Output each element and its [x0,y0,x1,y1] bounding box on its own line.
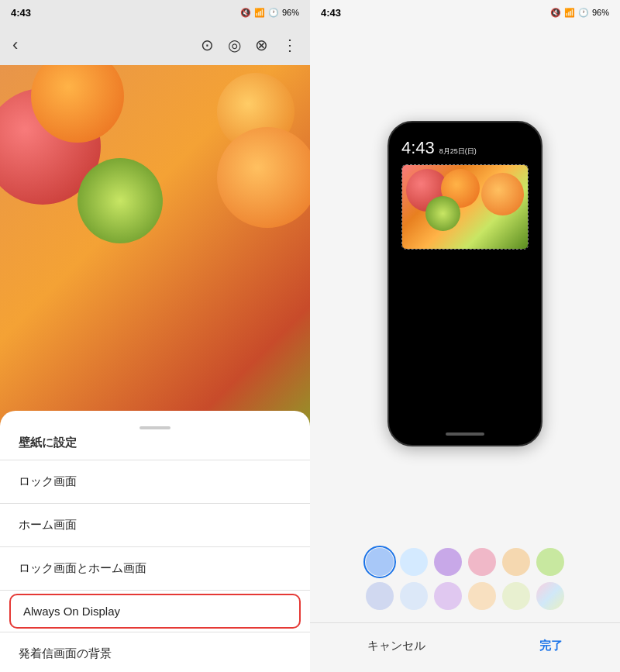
status-time-right: 4:43 [321,7,341,19]
toolbar-right-icons: ⊙ ◎ ⊗ ⋮ [201,36,298,54]
wifi-icon: 📶 [254,8,265,18]
phone-time-big: 4:43 [401,138,435,158]
eye-icon[interactable]: ◎ [228,36,241,54]
mute-icon: 🔇 [240,8,251,18]
sheet-handle [140,426,170,429]
rotate-icon[interactable]: ⊗ [255,36,268,54]
clock-icon-right: 🕐 [578,8,589,18]
phone-thumb-bg [402,165,528,249]
wifi-icon-right: 📶 [564,8,575,18]
sheet-divider-5 [0,632,310,632]
clock-icon: 🕐 [268,8,279,18]
sheet-header: 壁紙に設定 [0,436,310,457]
done-button[interactable]: 完了 [508,634,594,658]
sheet-divider-2 [0,503,310,504]
color-dot-1[interactable] [366,548,394,576]
phone-preview-inner: 4:43 8月25日(日) [389,122,541,445]
phone-date: 8月25日(日) [439,146,477,157]
kiwi-shape [78,158,163,243]
status-bar-right: 4:43 🔇 📶 🕐 96% [310,0,620,25]
battery-text-right: 96% [592,8,609,17]
color-dot-10[interactable] [468,582,496,610]
color-dot-4[interactable] [468,548,496,576]
color-dot-8[interactable] [400,582,428,610]
status-bar-left: 4:43 🔇 📶 🕐 96% [0,0,310,25]
menu-item-lock[interactable]: ロック画面 [0,464,310,500]
sheet-divider-4 [0,590,310,591]
battery-text: 96% [282,8,299,17]
color-dot-11[interactable] [502,582,530,610]
filter-icon[interactable]: ⊙ [201,36,214,54]
menu-item-both[interactable]: ロック画面とホーム画面 [0,550,310,587]
color-dot-7[interactable] [366,582,394,610]
phone-nav-bar [446,432,484,436]
bottom-sheet: 壁紙に設定 ロック画面 ホーム画面 ロック画面とホーム画面 Always On … [0,411,310,672]
menu-item-incoming[interactable]: 発着信画面の背景 [0,636,310,672]
color-row-2 [322,582,608,610]
more-icon[interactable]: ⋮ [282,36,298,54]
menu-item-aod[interactable]: Always On Display [9,594,301,629]
action-bar: キャンセル 完了 [310,622,620,672]
color-dot-3[interactable] [434,548,462,576]
orange3-shape [217,127,310,228]
color-picker-area [310,542,620,622]
sheet-divider-1 [0,460,310,460]
mini-orange2 [481,173,524,215]
status-icons-left: 🔇 📶 🕐 96% [240,8,299,18]
phone-time-display: 4:43 8月25日(日) [389,122,541,161]
phone-preview: 4:43 8月25日(日) [388,121,542,446]
status-icons-right: 🔇 📶 🕐 96% [550,8,609,18]
phone-preview-container: 4:43 8月25日(日) [388,25,542,542]
color-dot-6[interactable] [536,548,564,576]
left-panel: 4:43 🔇 📶 🕐 96% ‹ ⊙ ◎ ⊗ ⋮ 壁紙に設定 ロ [0,0,310,672]
status-time-left: 4:43 [11,7,31,19]
color-dot-9[interactable] [434,582,462,610]
right-panel: 4:43 🔇 📶 🕐 96% 4:43 8月25日(日) [310,0,620,672]
mute-icon-right: 🔇 [550,8,561,18]
phone-thumbnail [401,164,529,250]
color-dot-2[interactable] [400,548,428,576]
color-dot-5[interactable] [502,548,530,576]
color-row-1 [322,548,608,576]
back-button[interactable]: ‹ [12,35,18,55]
cancel-button[interactable]: キャンセル [336,634,456,658]
mini-kiwi [425,196,460,231]
top-toolbar: ‹ ⊙ ◎ ⊗ ⋮ [0,25,310,65]
sheet-divider-3 [0,546,310,547]
menu-item-home[interactable]: ホーム画面 [0,507,310,543]
color-dot-12[interactable] [536,582,564,610]
